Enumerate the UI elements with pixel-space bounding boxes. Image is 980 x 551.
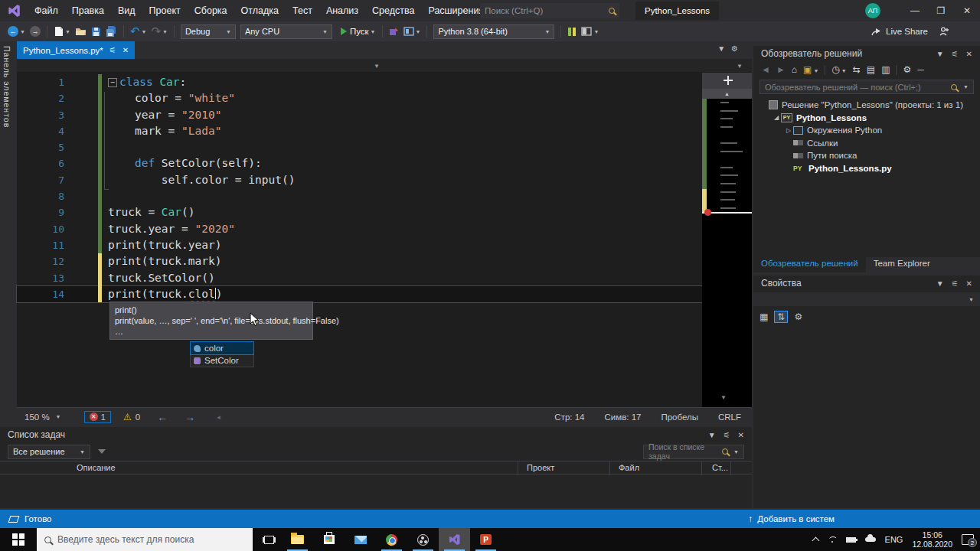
solution-explorer-search-box[interactable]: Обозреватель решений — поиск (Ctrl+;) ▼ <box>760 80 974 94</box>
window-menu-icon[interactable]: ▼ <box>936 279 944 288</box>
menu-item[interactable]: Отладка <box>234 0 286 21</box>
pending-changes-filter-icon[interactable]: ◷▼ <box>831 64 846 75</box>
column-header[interactable]: Описание <box>77 463 116 472</box>
error-count-button[interactable]: ✕ 1 <box>84 411 111 423</box>
scroll-down-icon[interactable]: ▼ <box>720 394 727 401</box>
window-menu-icon[interactable]: ▼ <box>708 431 716 439</box>
fold-collapse-icon[interactable]: − <box>108 78 117 87</box>
start-debug-button[interactable]: Пуск▼ <box>341 27 376 36</box>
redo-button[interactable]: ↷▼ <box>151 24 168 38</box>
window-menu-icon[interactable]: ▼ <box>936 50 944 58</box>
code-line[interactable]: 10truck.year = "2020" <box>17 221 702 237</box>
menu-item[interactable]: Файл <box>28 0 65 21</box>
code-line[interactable]: 2 color = "white" <box>17 90 702 106</box>
save-button[interactable] <box>91 27 101 37</box>
navigate-back-button[interactable]: ←▼ <box>8 26 25 37</box>
add-to-source-control-button[interactable]: ↑ Добавить в систем <box>749 514 835 523</box>
completion-item[interactable]: SetColor <box>191 354 253 367</box>
collapse-all-icon[interactable]: ▤ <box>867 64 875 75</box>
taskbar-file-explorer-button[interactable] <box>282 528 313 551</box>
taskbar-obs-button[interactable] <box>407 528 439 551</box>
collapse-region-button[interactable]: ▲ <box>702 89 752 99</box>
sync-with-active-document-icon[interactable]: ⇆ <box>853 64 861 75</box>
attach-debugger-button[interactable] <box>389 27 399 37</box>
python-environment-dropdown[interactable]: Python 3.8 (64-bit)▼ <box>433 24 554 39</box>
toolbar-options-button[interactable]: ▼ <box>581 27 599 36</box>
code-line[interactable]: 13truck.SetColor() <box>17 270 702 286</box>
expand-icon[interactable]: ◂ <box>217 413 220 421</box>
close-icon[interactable]: ✕ <box>738 431 744 439</box>
tree-item[interactable]: ◢PYPython_Lessons <box>753 112 980 125</box>
solution-platforms-button[interactable]: ▼ <box>403 27 421 36</box>
tree-item[interactable]: PYPython_Lessons.py <box>753 162 980 175</box>
tab-well-options[interactable]: ▼⚙ <box>717 44 744 53</box>
code-line[interactable]: 14print(truck.clol) <box>17 286 702 302</box>
code-line[interactable]: 9truck = Car() <box>17 204 702 220</box>
column-header[interactable]: Файл <box>619 463 639 472</box>
close-tab-icon[interactable]: ✕ <box>122 46 129 54</box>
nav-scope-dropdown-icon[interactable]: ▼ <box>374 63 380 70</box>
preview-selected-icon[interactable]: ▥ <box>881 64 890 75</box>
menu-item[interactable]: Тест <box>286 0 319 21</box>
wifi-icon[interactable] <box>828 536 837 543</box>
home-icon[interactable]: ⌂ <box>792 64 797 75</box>
nav-member-dropdown-icon[interactable]: ▼ <box>737 63 743 70</box>
alphabetical-icon[interactable]: ⇅ <box>774 311 788 323</box>
search-options-icon[interactable]: ▼ <box>963 84 969 90</box>
python-interactive-button[interactable] <box>567 27 577 37</box>
taskbar-store-button[interactable] <box>313 528 345 551</box>
taskbar-visual-studio-button[interactable] <box>439 528 470 551</box>
menu-item[interactable]: Проект <box>142 0 188 21</box>
solution-explorer-header[interactable]: Обозреватель решений ▼ ⚟ ✕ <box>753 46 980 61</box>
new-file-button[interactable]: ▼ <box>54 26 70 37</box>
filter-icon[interactable] <box>98 449 106 454</box>
action-center-icon[interactable]: 2 <box>962 534 974 545</box>
language-indicator[interactable]: ENG <box>885 535 903 544</box>
minimap-scrollbar[interactable]: ▲ ▼ <box>702 73 752 407</box>
properties-header[interactable]: Свойства ▼ ⚟ ✕ <box>753 276 980 291</box>
tab-solution-explorer[interactable]: Обозреватель решений <box>753 257 866 272</box>
taskbar-search-box[interactable]: Введите здесь текст для поиска <box>37 528 253 551</box>
column-header[interactable]: Проект <box>527 463 554 472</box>
battery-icon[interactable] <box>846 537 856 543</box>
taskbar-powerpoint-button[interactable]: P <box>470 528 501 551</box>
close-icon[interactable]: ✕ <box>966 279 972 288</box>
close-button[interactable]: ✕ <box>954 0 980 21</box>
restore-button[interactable]: ❐ <box>928 0 954 21</box>
code-line[interactable]: 4 mark = "Lada" <box>17 123 702 139</box>
task-list-header[interactable]: Список задач ▼ ⚟ ✕ <box>0 427 752 442</box>
configuration-dropdown[interactable]: Debug▼ <box>181 24 236 39</box>
expanded-expander-icon[interactable]: ◢ <box>772 114 781 121</box>
tree-item[interactable]: Решение "Python_Lessons" (проекты: 1 из … <box>753 99 980 112</box>
switch-views-icon[interactable]: ▣▼ <box>803 64 818 75</box>
hidden-icons-chevron[interactable] <box>812 537 819 545</box>
taskbar-mail-button[interactable] <box>345 528 376 551</box>
search-options-icon[interactable]: ▼ <box>733 449 739 455</box>
column-indicator[interactable]: Симв: 17 <box>605 412 642 422</box>
close-icon[interactable]: ✕ <box>966 50 972 58</box>
menu-item[interactable]: Сборка <box>188 0 234 21</box>
splitter-handle[interactable] <box>702 73 752 89</box>
eol-indicator[interactable]: CRLF <box>718 412 741 422</box>
task-scope-dropdown[interactable]: Все решение▼ <box>8 445 90 459</box>
menu-item[interactable]: Средства <box>365 0 421 21</box>
onedrive-icon[interactable] <box>865 537 876 542</box>
preview-pin-icon[interactable]: ─ <box>917 64 924 75</box>
code-line[interactable]: 5 <box>17 139 702 155</box>
spaces-indicator[interactable]: Пробелы <box>661 412 698 422</box>
save-all-button[interactable] <box>106 26 117 37</box>
platform-dropdown[interactable]: Any CPU▼ <box>240 24 332 39</box>
user-avatar[interactable]: АП <box>865 3 880 18</box>
code-line[interactable]: 1−class Car: <box>17 74 702 90</box>
code-line[interactable]: 7 self.color = input() <box>17 172 702 188</box>
document-tab[interactable]: Python_Lessons.py* ⚟ ✕ <box>17 41 135 59</box>
completion-list[interactable]: colorSetColor <box>190 341 254 367</box>
completion-item[interactable]: color <box>191 342 253 354</box>
property-pages-icon[interactable]: ⚙ <box>794 311 802 322</box>
properties-wrench-icon[interactable]: ⚙ <box>903 64 911 75</box>
back-icon[interactable]: ◄ <box>761 64 770 75</box>
menu-item[interactable]: Вид <box>111 0 142 21</box>
code-line[interactable]: 11print(truck.year) <box>17 237 702 253</box>
open-file-button[interactable] <box>75 27 87 36</box>
clock[interactable]: 15:06 12.08.2020 <box>912 530 952 549</box>
